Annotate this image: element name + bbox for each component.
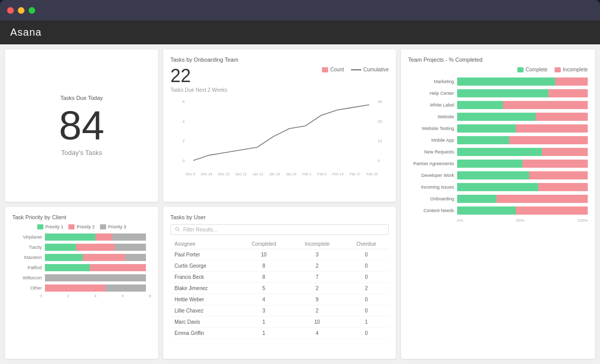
project-row: Website Testing: [408, 124, 588, 133]
col-assignee: Assignee: [170, 239, 237, 249]
p2-bar: [45, 284, 106, 292]
incomplete-bar: [529, 171, 588, 179]
project-name: Marketing: [408, 79, 454, 84]
user-completed: 8: [237, 271, 290, 282]
user-incomplete: 4: [290, 327, 344, 339]
legend-cumulative: Cumulative: [351, 67, 389, 72]
priority-client-row: Other: [17, 284, 146, 292]
user-name: Hettie Weber: [170, 294, 237, 305]
complete-bar: [457, 160, 522, 168]
complete-bar: [457, 183, 538, 191]
user-completed: 1: [237, 316, 290, 327]
priority-client-row: Patfind: [17, 264, 146, 271]
project-name: Mobile App: [408, 138, 454, 143]
p3-bar: [115, 244, 146, 251]
user-incomplete: 2: [290, 282, 344, 294]
table-row: Marc Davis 1 10 1: [170, 316, 389, 327]
user-overdue: 1: [344, 316, 389, 327]
client-name: Patfind: [17, 265, 42, 270]
onboarding-title: Tasks by Onboarding Team: [170, 57, 389, 63]
complete-bar: [457, 101, 503, 109]
priority-legend: Priority 1 Priority 2 Priority 3: [12, 224, 151, 229]
user-overdue: 0: [344, 271, 389, 282]
project-bar: [457, 195, 588, 203]
client-name: Maceton: [17, 255, 42, 260]
client-bar-group: [45, 284, 146, 292]
p2-legend: Priority 2: [77, 224, 95, 229]
user-completed: 8: [237, 260, 290, 271]
user-table: Assignee Completed Incomplete Overdue Pa…: [170, 239, 389, 339]
user-completed: 5: [237, 282, 290, 294]
incomplete-bar: [516, 206, 588, 215]
p2-bar: [76, 244, 115, 251]
client-name: Vinplanet: [17, 235, 42, 240]
legend-count: Count: [322, 67, 344, 72]
client-name: Other: [17, 285, 42, 291]
search-bar[interactable]: Filter Results...: [170, 224, 389, 235]
complete-bar: [457, 206, 516, 215]
col-completed: Completed: [237, 239, 290, 249]
projects-legend: Complete Incomplete: [408, 67, 588, 72]
client-bar-group: [45, 264, 146, 271]
search-placeholder: Filter Results...: [183, 227, 217, 232]
project-row: Website: [408, 113, 588, 121]
tasks-due-title: Tasks Due Today: [60, 95, 103, 101]
app-header: Asana: [0, 20, 600, 44]
user-overdue: 0: [344, 249, 389, 260]
user-incomplete: 2: [290, 305, 344, 316]
p1-legend: Priority 1: [45, 224, 64, 229]
user-name: Marc Davis: [170, 316, 237, 327]
client-name: Wiltorcon: [17, 275, 42, 280]
project-row: Mobile App: [408, 136, 588, 144]
titlebar: [0, 0, 600, 20]
user-card-title: Tasks by User: [170, 214, 389, 220]
svg-point-0: [176, 227, 179, 230]
user-table-body: Paul Porter 10 3 0 Curtis George 8 2 0 F…: [170, 249, 389, 339]
p1-bar: [45, 244, 76, 251]
tasks-due-count: 84: [59, 105, 105, 146]
user-incomplete: 10: [290, 316, 344, 327]
close-button[interactable]: [7, 7, 14, 14]
minimize-button[interactable]: [18, 7, 24, 14]
user-completed: 4: [237, 294, 290, 305]
priority-client-row: Vinplanet: [17, 233, 146, 241]
client-bar-group: [45, 244, 146, 251]
complete-bar: [457, 124, 516, 133]
cumulative-line: [186, 99, 378, 163]
onboarding-sub-label: Tasks Due Next 2 Weeks: [170, 87, 228, 93]
client-name: Tiacity: [17, 245, 42, 250]
project-bar: [457, 148, 588, 156]
user-incomplete: 3: [290, 249, 344, 260]
priority-title: Task Priority by Client: [12, 214, 151, 220]
client-bar-group: [45, 233, 146, 241]
project-row: Content Needs: [408, 206, 588, 215]
project-row: Developer Work: [408, 171, 588, 179]
complete-bar: [457, 136, 509, 144]
p3-bar: [125, 254, 146, 261]
tasks-by-user-card: Tasks by User Filter Results... Assignee…: [163, 207, 396, 359]
project-bar: [457, 77, 588, 86]
project-bar: [457, 171, 588, 179]
p3-bar: [112, 233, 146, 241]
maximize-button[interactable]: [29, 7, 35, 14]
p1-bar: [45, 264, 90, 271]
p1-bar: [45, 233, 95, 241]
project-row: White Label: [408, 101, 588, 109]
incomplete-bar: [496, 195, 588, 203]
incomplete-bar: [509, 136, 588, 144]
project-bar: [457, 160, 588, 168]
p1-bar: [45, 254, 83, 261]
user-overdue: 0: [344, 327, 389, 339]
col-overdue: Overdue: [344, 239, 389, 249]
project-row: Onboarding: [408, 195, 588, 203]
priority-x-axis: 0 2 4 6 8: [12, 294, 151, 298]
table-row: Curtis George 8 2 0: [170, 260, 389, 271]
incomplete-bar: [548, 89, 588, 97]
incomplete-bar: [522, 160, 588, 168]
user-overdue: 2: [344, 282, 389, 294]
user-completed: 1: [237, 327, 290, 339]
user-name: Blake Jimenez: [170, 282, 237, 294]
project-name: Incoming Issues: [408, 185, 454, 190]
task-priority-card: Task Priority by Client Priority 1 Prior…: [5, 207, 158, 359]
complete-bar: [457, 113, 536, 121]
